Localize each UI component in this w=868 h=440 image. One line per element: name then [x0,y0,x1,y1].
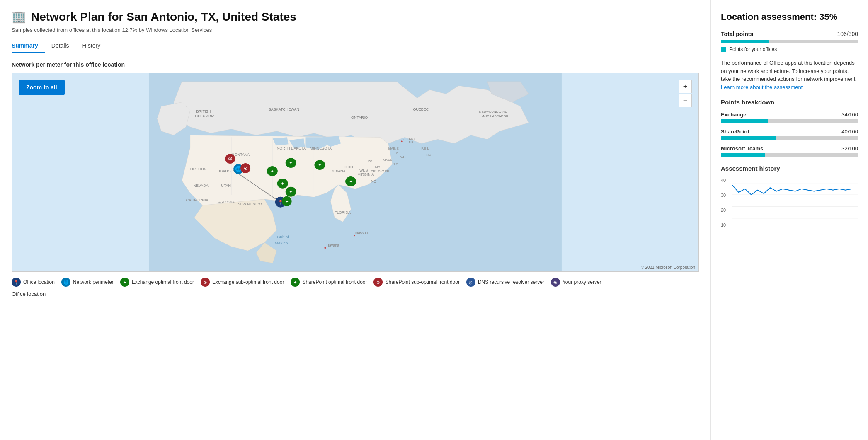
points-legend: Points for your offices [721,46,858,52]
svg-text:P.E.I.: P.E.I. [421,147,429,150]
sharepoint-score: 40/100 [841,128,858,135]
legend-office-location: 📍 Office location [12,278,55,287]
assessment-title: Location assessment: 35% [721,12,858,22]
zoom-out-button[interactable]: − [679,94,692,107]
svg-text:NC: NC [371,179,376,184]
svg-text:WEST: WEST [359,168,370,172]
svg-text:✦: ✦ [318,162,322,167]
chart-y-labels: 40 30 20 10 [721,178,732,227]
legend-dot-ex-sub: ⊗ [201,278,210,287]
svg-text:✦: ✦ [289,160,293,165]
legend-exchange-suboptimal: ⊗ Exchange sub-optimal front door [201,278,284,287]
map-section-title: Network perimeter for this office locati… [12,61,699,68]
svg-text:QUEBEC: QUEBEC [413,107,429,111]
legend-sharepoint-suboptimal: ⊗ SharePoint sub-optimal front door [373,278,459,287]
exchange-score: 34/100 [841,111,858,118]
svg-text:⊗: ⊗ [228,155,233,162]
legend-dot-dns: ◎ [466,278,475,287]
svg-text:NB: NB [409,140,413,144]
total-progress-bar [721,40,858,43]
svg-text:Mexico: Mexico [275,241,288,245]
tab-summary[interactable]: Summary [12,39,45,53]
svg-text:OREGON: OREGON [190,167,207,171]
page-header: 🏢 Network Plan for San Antonio, TX, Unit… [12,10,699,24]
svg-text:NEW MEXICO: NEW MEXICO [238,202,262,206]
svg-text:MASS.: MASS. [383,158,393,162]
learn-more-link[interactable]: Learn more about the assessment [721,84,803,90]
svg-text:CALIFORNIA: CALIFORNIA [186,198,209,202]
teams-progress-bar [721,153,858,157]
svg-text:INDIANA: INDIANA [330,169,345,173]
svg-text:OHIO: OHIO [344,165,353,169]
svg-text:BRITISH: BRITISH [196,109,211,114]
breakdown-teams: Microsoft Teams 32/100 [721,145,858,157]
svg-text:Havana: Havana [326,243,339,247]
map-container: Zoom to all + − [12,73,699,272]
page-icon: 🏢 [12,10,26,24]
svg-point-38 [324,247,326,249]
svg-text:✦: ✦ [281,181,284,186]
svg-text:MAINE: MAINE [388,147,399,150]
assessment-description: The performance of Office apps at this l… [721,59,858,91]
map-legend: 📍 Office location 🌐 Network perimeter ✦ … [12,278,699,287]
breakdown-title: Points breakdown [721,99,858,106]
svg-text:SASKATCHEWAN: SASKATCHEWAN [269,107,299,111]
page-title: Network Plan for San Antonio, TX, United… [31,10,296,24]
breakdown-sharepoint: SharePoint 40/100 [721,128,858,140]
svg-text:MINNESOTA: MINNESOTA [310,146,332,150]
svg-text:NORTH DAKOTA: NORTH DAKOTA [277,146,306,150]
legend-dot-sp-sub: ⊗ [373,278,383,287]
history-chart: 40 30 20 10 [721,178,858,227]
total-points-value: 106/300 [837,31,858,37]
teams-progress-fill [721,153,765,157]
svg-text:IDAHO: IDAHO [219,169,230,173]
svg-text:FLORIDA: FLORIDA [335,210,351,215]
svg-point-34 [401,140,403,142]
exchange-progress-bar [721,119,858,123]
svg-text:NEWFOUNDLAND: NEWFOUNDLAND [479,110,507,114]
zoom-in-button[interactable]: + [679,80,692,93]
svg-text:DELAWARE: DELAWARE [371,169,389,173]
svg-text:✦: ✦ [285,199,289,204]
svg-text:VT.: VT. [396,151,401,155]
svg-text:COLUMBIA: COLUMBIA [195,114,215,118]
legend-dot-office: 📍 [12,278,21,287]
svg-text:Gulf of: Gulf of [277,235,289,239]
legend-exchange-optimal: ✦ Exchange optimal front door [120,278,194,287]
legend-dot-ex-opt: ✦ [120,278,129,287]
chart-svg-container [732,178,858,227]
right-panel: Location assessment: 35% Total points 10… [710,0,868,440]
svg-text:UTAH: UTAH [221,184,231,188]
zoom-all-button[interactable]: Zoom to all [19,80,65,95]
tab-history[interactable]: History [76,39,107,53]
map-copyright: © 2021 Microsoft Corporation [641,265,695,270]
svg-text:NS: NS [426,153,431,157]
svg-text:PA: PA [368,159,372,163]
total-progress-fill [721,40,769,43]
legend-proxy: ◉ Your proxy server [551,278,601,287]
svg-text:NEVADA: NEVADA [194,184,209,188]
tabs-bar: Summary Details History [12,39,699,53]
breakdown-exchange: Exchange 34/100 [721,111,858,123]
legend-dot-proxy: ◉ [551,278,560,287]
svg-text:Nassau: Nassau [355,231,368,235]
page-subtitle: Samples collected from offices at this l… [12,27,699,33]
legend-dot-network: 🌐 [61,278,70,287]
tab-details[interactable]: Details [45,39,76,53]
teams-score: 32/100 [841,145,858,152]
svg-text:⊗: ⊗ [244,166,247,171]
sharepoint-progress-fill [721,136,776,140]
points-legend-square [721,47,726,52]
svg-point-36 [354,235,355,236]
svg-text:ARIZONA: ARIZONA [218,200,235,204]
svg-text:✦: ✦ [349,179,353,184]
svg-text:ONTARIO: ONTARIO [351,116,368,120]
map-controls: + − [679,80,692,107]
legend-network-perimeter: 🌐 Network perimeter [61,278,114,287]
total-points-label: Total points 106/300 [721,31,858,37]
footer-office: Office location [12,291,699,297]
legend-sharepoint-optimal: ✦ SharePoint optimal front door [291,278,367,287]
svg-text:AND LABRADOR: AND LABRADOR [482,114,509,118]
svg-text:✦: ✦ [270,169,274,174]
history-title: Assessment history [721,165,858,172]
